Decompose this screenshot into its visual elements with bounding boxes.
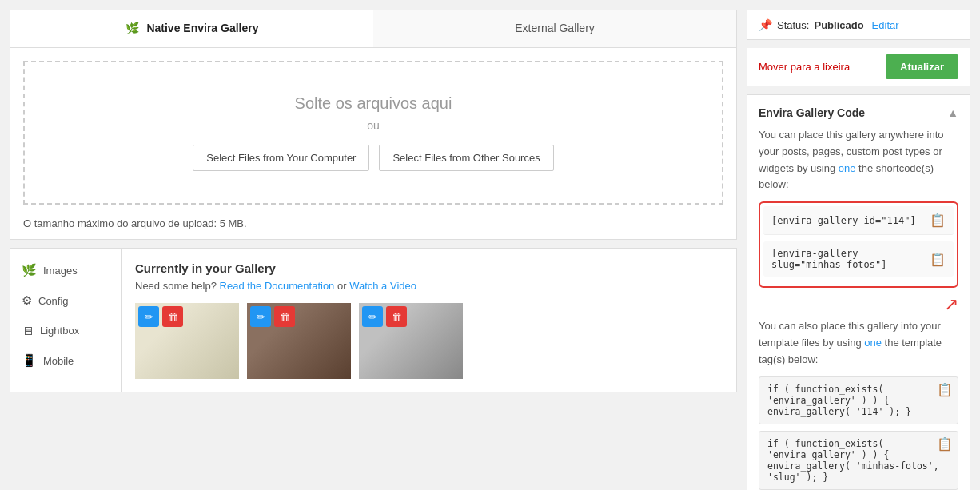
leaf-icon: 🌿 xyxy=(125,22,139,34)
template-2-line-2: 'envira_gallery' ) ) { xyxy=(767,449,889,460)
sidebar-images-label: Images xyxy=(43,265,78,277)
doc-link[interactable]: Read the Documentation xyxy=(220,280,335,292)
thumbnail-3: ✏ 🗑 xyxy=(359,303,463,379)
sidebar-item-lightbox[interactable]: 🖥 Lightbox xyxy=(10,316,121,345)
thumb-3-edit-button[interactable]: ✏ xyxy=(362,306,383,327)
thumb-2-edit-button[interactable]: ✏ xyxy=(250,306,271,327)
upload-buttons: Select Files from Your Computer Select F… xyxy=(193,145,553,171)
tab-external-label: External Gallery xyxy=(515,22,595,34)
gallery-help: Need some help? Read the Documentation o… xyxy=(135,280,723,292)
config-icon: ⚙ xyxy=(22,293,32,308)
sidebar-lightbox-label: Lightbox xyxy=(40,325,79,337)
template-2-code: if ( function_exists( 'envira_gallery' )… xyxy=(767,438,939,483)
arrow-annotation: ↗ xyxy=(759,294,958,315)
template-1: if ( function_exists( 'envira_gallery' )… xyxy=(759,376,958,424)
tab-native[interactable]: 🌿 Native Envira Gallery xyxy=(10,10,373,47)
sidebar-item-images[interactable]: 🌿 Images xyxy=(10,255,121,285)
template-1-code: if ( function_exists( 'envira_gallery' )… xyxy=(767,384,911,417)
sidebar-mobile-label: Mobile xyxy=(43,355,74,367)
template-2-line-1: if ( function_exists( xyxy=(767,438,883,449)
code-desc-1: You can place this gallery anywhere into… xyxy=(759,127,958,193)
thumbnail-1: ✏ 🗑 xyxy=(135,303,239,379)
trash-link[interactable]: Mover para a lixeira xyxy=(759,61,850,73)
action-row: Mover para a lixeira Atualizar xyxy=(747,48,970,86)
or-text: ou xyxy=(367,119,380,132)
code-desc-one: one xyxy=(839,162,856,174)
status-label: Status: xyxy=(777,19,809,31)
drop-text: Solte os arquivos aqui xyxy=(295,94,452,113)
sidebar-item-mobile[interactable]: 📱 Mobile xyxy=(10,345,121,376)
thumb-1-edit-button[interactable]: ✏ xyxy=(138,306,159,327)
select-computer-button[interactable]: Select Files from Your Computer xyxy=(193,145,369,171)
thumb-3-actions: ✏ 🗑 xyxy=(362,306,407,327)
template-2-line-3: envira_gallery( 'minhas-fotos', xyxy=(767,460,939,472)
thumb-1-actions: ✏ 🗑 xyxy=(138,306,183,327)
lightbox-icon: 🖥 xyxy=(22,324,34,337)
sidebar-item-config[interactable]: ⚙ Config xyxy=(10,285,121,316)
thumb-2-actions: ✏ 🗑 xyxy=(250,306,295,327)
shortcode-2: [envira-gallery slug="minhas-fotos"] 📋 xyxy=(763,241,954,277)
tab-external[interactable]: External Gallery xyxy=(373,10,736,47)
shortcode-1: [envira-gallery id="114"] 📋 xyxy=(763,206,954,235)
sidebar-config-label: Config xyxy=(38,295,69,307)
copy-shortcode-1-button[interactable]: 📋 xyxy=(930,213,946,228)
video-link[interactable]: Watch a Video xyxy=(349,280,416,292)
status-pin-icon: 📌 xyxy=(759,18,772,31)
thumbnails: ✏ 🗑 ✏ 🗑 ✏ xyxy=(135,303,723,379)
mobile-icon: 📱 xyxy=(22,353,37,368)
or-text: or xyxy=(337,280,349,292)
select-other-button[interactable]: Select Files from Other Sources xyxy=(379,145,553,171)
collapse-icon[interactable]: ▲ xyxy=(947,106,958,119)
thumb-3-delete-button[interactable]: 🗑 xyxy=(386,306,407,327)
code-desc-2: You can also place this gallery into you… xyxy=(759,318,958,368)
publish-button[interactable]: Atualizar xyxy=(886,54,958,79)
shortcode-2-text: [envira-gallery slug="minhas-fotos"] xyxy=(771,248,930,270)
template-2: if ( function_exists( 'envira_gallery' )… xyxy=(759,431,958,490)
status-value: Publicado xyxy=(814,19,863,31)
thumb-1-delete-button[interactable]: 🗑 xyxy=(162,306,183,327)
shortcode-1-text: [envira-gallery id="114"] xyxy=(771,215,916,226)
template-desc-one: one xyxy=(864,337,882,349)
status-box: 📌 Status: Publicado Editar xyxy=(747,10,970,40)
edit-status-link[interactable]: Editar xyxy=(872,19,899,31)
tabs-container: 🌿 Native Envira Gallery External Gallery… xyxy=(10,10,737,240)
upload-dropzone: Solte os arquivos aqui ou Select Files f… xyxy=(23,61,723,205)
copy-template-1-button[interactable]: 📋 xyxy=(937,382,953,397)
template-1-line-3: envira_gallery( '114' ); } xyxy=(767,406,911,417)
gallery-title: Currently in your Gallery xyxy=(135,261,723,275)
bottom-section: 🌿 Images ⚙ Config 🖥 Lightbox 📱 Mobile xyxy=(10,248,737,392)
code-box-title: Envira Gallery Code ▲ xyxy=(759,106,958,119)
gallery-section: Currently in your Gallery Need some help… xyxy=(122,248,737,392)
thumbnail-2: ✏ 🗑 xyxy=(247,303,351,379)
thumb-2-delete-button[interactable]: 🗑 xyxy=(274,306,295,327)
copy-template-2-button[interactable]: 📋 xyxy=(937,436,953,452)
help-text: Need some help? xyxy=(135,280,217,292)
right-panel: 📌 Status: Publicado Editar Mover para a … xyxy=(747,10,970,490)
copy-shortcode-2-button[interactable]: 📋 xyxy=(930,252,946,267)
code-box: Envira Gallery Code ▲ You can place this… xyxy=(747,94,970,490)
sidebar-nav: 🌿 Images ⚙ Config 🖥 Lightbox 📱 Mobile xyxy=(10,248,122,392)
code-box-title-text: Envira Gallery Code xyxy=(759,106,865,119)
highlighted-shortcodes: [envira-gallery id="114"] 📋 [envira-gall… xyxy=(759,201,958,288)
file-size-note: O tamanho máximo do arquivo de upload: 5… xyxy=(10,217,736,239)
tab-native-label: Native Envira Gallery xyxy=(146,22,258,34)
template-2-line-4: 'slug' ); } xyxy=(767,472,828,483)
template-1-line-2: 'envira_gallery' ) ) { xyxy=(767,395,889,406)
template-1-line-1: if ( function_exists( xyxy=(767,384,883,395)
images-icon: 🌿 xyxy=(22,263,37,277)
tab-bar: 🌿 Native Envira Gallery External Gallery xyxy=(10,10,736,48)
